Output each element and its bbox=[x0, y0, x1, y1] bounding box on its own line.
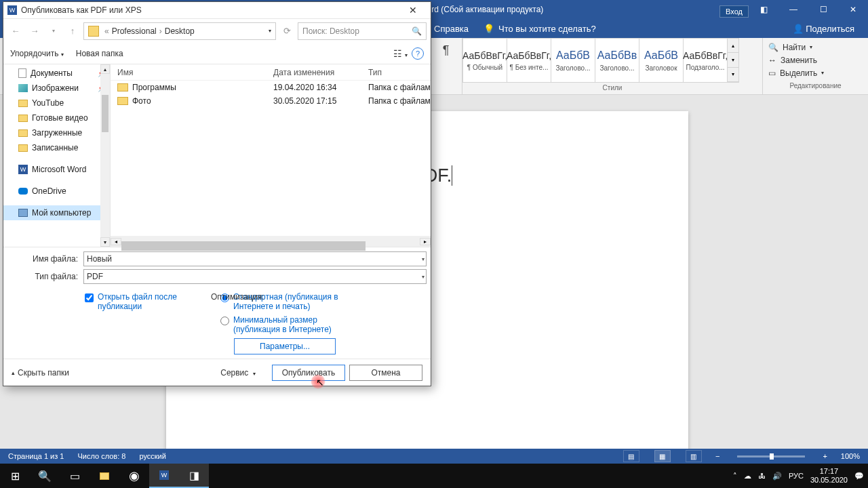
options-area: Открыть файл после публикации Оптимизаци… bbox=[3, 288, 431, 359]
tree-item[interactable]: Изображени📌 bbox=[3, 81, 110, 96]
start-button[interactable]: ⊞ bbox=[0, 464, 30, 488]
style-button[interactable]: АаБбВЗаголово... bbox=[551, 38, 595, 83]
tree-item[interactable]: Документы📌 bbox=[3, 66, 110, 81]
bulb-icon: 💡 bbox=[484, 24, 494, 34]
cancel-button[interactable]: Отмена bbox=[349, 365, 422, 381]
word-login-button[interactable]: Вход bbox=[719, 5, 749, 18]
ribbon-display-icon[interactable]: ◧ bbox=[749, 0, 778, 19]
file-row[interactable]: Фото30.05.2020 17:15Папка с файлам bbox=[111, 94, 431, 108]
tree-item[interactable]: Записанные bbox=[3, 140, 110, 155]
onedrive-tray-icon[interactable]: ☁ bbox=[744, 472, 751, 481]
dialog-close-icon[interactable]: ✕ bbox=[399, 5, 427, 16]
share-button[interactable]: 👤 Поделиться bbox=[793, 24, 854, 34]
optimization-label: Оптимизация: bbox=[211, 292, 264, 302]
paragraph-marks-icon[interactable]: ¶ bbox=[430, 38, 462, 94]
nav-recent-icon[interactable]: ▾ bbox=[45, 23, 62, 39]
tree-item[interactable]: OneDrive bbox=[3, 184, 110, 199]
tell-me[interactable]: 💡Что вы хотите сделать? bbox=[484, 24, 596, 34]
filetype-label: Тип файла: bbox=[7, 272, 83, 281]
chevron-down-icon[interactable]: ▾ bbox=[269, 28, 271, 34]
tree-scrollbar[interactable]: ▴▾ bbox=[100, 64, 110, 247]
explorer-button[interactable] bbox=[90, 464, 119, 488]
nav-back-icon[interactable]: ← bbox=[7, 23, 24, 39]
minimize-icon[interactable]: — bbox=[778, 0, 808, 19]
editing-group: 🔍Найти ▾ ↔Заменить ▭Выделить ▾ Редактиро… bbox=[763, 38, 868, 94]
file-fields: Имя файла: Новый▾ Тип файла: PDF▾ bbox=[3, 247, 431, 288]
parameters-button[interactable]: Параметры... bbox=[234, 338, 336, 354]
select-button[interactable]: ▭Выделить ▾ bbox=[768, 66, 863, 79]
word-taskbar-button[interactable]: W bbox=[149, 464, 179, 488]
tree-item[interactable]: WMicrosoft Word bbox=[3, 162, 110, 177]
opt-min-radio[interactable]: Минимальный размер (публикация в Интерне… bbox=[220, 315, 349, 334]
folder-tree[interactable]: Документы📌Изображени📌YouTubeГотовые виде… bbox=[3, 64, 111, 247]
style-button[interactable]: АаБбВЗаголовок bbox=[639, 38, 684, 83]
close-icon[interactable]: ✕ bbox=[838, 0, 868, 19]
zoom-out-icon[interactable]: − bbox=[715, 452, 719, 460]
horizontal-scrollbar[interactable]: ◂▸ bbox=[111, 236, 431, 247]
status-lang[interactable]: русский bbox=[139, 452, 165, 460]
search-button[interactable]: 🔍 bbox=[30, 464, 60, 488]
organize-button[interactable]: Упорядочить ▾ bbox=[10, 49, 64, 58]
tray-chevron-icon[interactable]: ˄ bbox=[733, 472, 737, 481]
tree-item[interactable]: Готовые видео bbox=[3, 110, 110, 125]
folder-icon bbox=[88, 26, 99, 37]
taskbar: ⊞ 🔍 ▭ ◉ W ◨ ˄ ☁ 🖧 🔊 РУС 17:1730.05.2020 … bbox=[0, 464, 868, 488]
service-button[interactable]: Сервис ▾ bbox=[220, 368, 256, 378]
filename-label: Имя файла: bbox=[7, 254, 83, 264]
breadcrumb[interactable]: « Professional › Desktop ▾ bbox=[83, 22, 276, 40]
status-page[interactable]: Страница 1 из 1 bbox=[8, 452, 64, 460]
style-button[interactable]: АаБбВвГг,¶ Без инте... bbox=[507, 38, 551, 83]
zoom-value[interactable]: 100% bbox=[841, 452, 860, 460]
find-button[interactable]: 🔍Найти ▾ bbox=[768, 41, 863, 54]
help-icon[interactable]: ? bbox=[412, 47, 424, 60]
tree-item[interactable]: YouTube bbox=[3, 96, 110, 110]
publish-pdf-dialog: W Опубликовать как PDF или XPS ✕ ← → ▾ ↑… bbox=[3, 1, 431, 386]
network-tray-icon[interactable]: 🖧 bbox=[758, 472, 766, 480]
nav-up-icon[interactable]: ↑ bbox=[64, 23, 81, 39]
volume-tray-icon[interactable]: 🔊 bbox=[772, 472, 782, 481]
file-row[interactable]: Программы19.04.2020 16:34Папка с файлам bbox=[111, 81, 431, 94]
view-options-icon[interactable]: ☷ ▾ bbox=[393, 48, 408, 59]
tab-help[interactable]: Справка bbox=[434, 24, 469, 34]
zoom-slider[interactable] bbox=[737, 455, 805, 458]
clock[interactable]: 17:1730.05.2020 bbox=[810, 467, 848, 485]
editing-label: Редактирование bbox=[768, 81, 863, 92]
column-headers[interactable]: Имя Дата изменения Тип bbox=[111, 64, 431, 81]
styles-group: АаБбВвГг,¶ ОбычныйАаБбВвГг,¶ Без инте...… bbox=[462, 38, 763, 94]
notifications-icon[interactable]: 💬 bbox=[854, 472, 864, 481]
app-taskbar-button[interactable]: ◨ bbox=[179, 464, 209, 488]
language-indicator[interactable]: РУС bbox=[789, 472, 804, 480]
dialog-toolbar: Упорядочить ▾ Новая папка ☷ ▾ ? bbox=[3, 43, 431, 64]
style-button[interactable]: АаБбВвГг,Подзаголо... bbox=[683, 38, 728, 83]
view-print-icon[interactable]: ▦ bbox=[654, 450, 671, 462]
nav-forward-icon: → bbox=[26, 23, 43, 39]
search-icon: 🔍 bbox=[412, 26, 422, 36]
view-web-icon[interactable]: ▥ bbox=[686, 450, 702, 462]
publish-button[interactable]: Опубликовать bbox=[272, 365, 345, 381]
hide-folders-button[interactable]: ▴Скрыть папки bbox=[12, 368, 69, 378]
zoom-in-icon[interactable]: + bbox=[823, 452, 827, 460]
dialog-nav: ← → ▾ ↑ « Professional › Desktop ▾ ⟳ Пои… bbox=[3, 18, 431, 43]
new-folder-button[interactable]: Новая папка bbox=[76, 49, 123, 58]
open-after-checkbox[interactable]: Открыть файл после публикации bbox=[85, 292, 193, 354]
search-icon: 🔍 bbox=[768, 43, 778, 52]
dialog-footer: ▴Скрыть папки Сервис ▾ Опубликовать Отме… bbox=[3, 359, 431, 386]
word-status-bar: Страница 1 из 1 Число слов: 8 русский ▤ … bbox=[0, 449, 868, 464]
dialog-title: Опубликовать как PDF или XPS bbox=[21, 5, 142, 15]
refresh-icon[interactable]: ⟳ bbox=[279, 23, 295, 39]
view-read-icon[interactable]: ▤ bbox=[623, 450, 639, 462]
maximize-icon[interactable]: ☐ bbox=[808, 0, 838, 19]
search-input[interactable]: Поиск: Desktop 🔍 bbox=[298, 22, 427, 40]
styles-label: Стили bbox=[462, 83, 762, 94]
filetype-select[interactable]: PDF▾ bbox=[83, 269, 427, 284]
system-tray: ˄ ☁ 🖧 🔊 РУС 17:1730.05.2020 💬 bbox=[733, 467, 868, 485]
replace-button[interactable]: ↔Заменить bbox=[768, 54, 863, 66]
style-button[interactable]: АаБбВвЗаголово... bbox=[595, 38, 639, 83]
chrome-button[interactable]: ◉ bbox=[119, 464, 149, 488]
task-view-button[interactable]: ▭ bbox=[60, 464, 90, 488]
status-words[interactable]: Число слов: 8 bbox=[77, 452, 125, 460]
filename-input[interactable]: Новый▾ bbox=[83, 251, 427, 266]
style-button[interactable]: АаБбВвГг,¶ Обычный bbox=[462, 38, 507, 83]
tree-item[interactable]: Мой компьютер bbox=[3, 205, 110, 220]
tree-item[interactable]: Загруженные bbox=[3, 125, 110, 140]
